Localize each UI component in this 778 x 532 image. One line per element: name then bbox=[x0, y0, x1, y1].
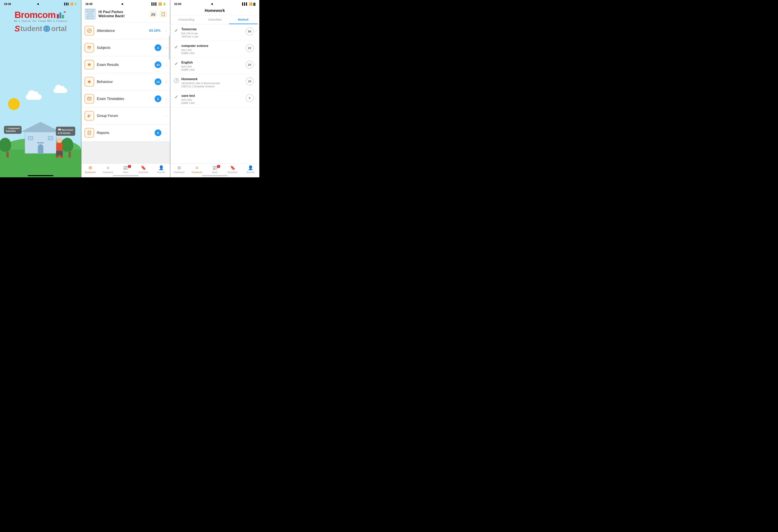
tab-dashboard-3[interactable]: ⊞ Dashboard bbox=[170, 165, 188, 173]
menu-item-behaviour[interactable]: Behaviour 13 › bbox=[81, 73, 170, 90]
hw-check-3: 🕐 bbox=[173, 78, 179, 83]
menu-item-reports[interactable]: Reports 6 › bbox=[81, 124, 170, 141]
tree-left bbox=[4, 138, 11, 158]
svg-rect-10 bbox=[87, 47, 91, 48]
hw-content-1: computer science N/A | N/A 6JWR | N/A bbox=[181, 44, 243, 55]
hw-item-0[interactable]: ✓ Tomorrow N/A | Mr A Lee 13A/Lw1 | Law … bbox=[170, 24, 259, 41]
behaviour-icon bbox=[87, 79, 92, 84]
portal-text: ortal bbox=[51, 24, 67, 33]
battery-icon-3: ▓ bbox=[253, 2, 255, 6]
hw-chevron-4: › bbox=[255, 96, 256, 100]
tab-bookmark-3[interactable]: 🔖 Bookmark bbox=[224, 165, 241, 173]
char-pants bbox=[56, 151, 63, 156]
greeting-area: Hi Paul Parkes Welcome Back! bbox=[98, 10, 147, 18]
menu-item-subjects[interactable]: Subjects 4 › bbox=[81, 39, 170, 56]
reports-chevron: › bbox=[166, 131, 167, 135]
hw-score-2: 20 bbox=[246, 61, 254, 69]
hw-item-3[interactable]: 🕐 Homework 16/10/2019 | Mrs S BromcomUse… bbox=[170, 74, 259, 91]
user-avatar: Please import your Photo's into the Brom… bbox=[85, 8, 96, 20]
tab-marked[interactable]: Marked bbox=[229, 15, 257, 24]
bookmark-tab-label-2: Bookmark bbox=[139, 171, 149, 173]
dashboard-tab-icon-3: ⊞ bbox=[177, 165, 181, 170]
svg-rect-0 bbox=[57, 14, 59, 18]
hw-right-2: 20 › bbox=[246, 61, 256, 69]
hw-right-1: 22 › bbox=[246, 44, 256, 52]
hw-score-1: 22 bbox=[246, 44, 254, 52]
hw-check-0: ✓ bbox=[173, 28, 179, 33]
svg-point-18 bbox=[88, 114, 89, 116]
sun-icon bbox=[8, 98, 20, 110]
svg-point-19 bbox=[89, 114, 91, 116]
battery-icon-2: 🔋 bbox=[163, 2, 166, 6]
tab-homework-2[interactable]: ≡ Homework bbox=[99, 165, 117, 173]
hw-item-4[interactable]: ✓ save test N/A | N/A 6JWR | N/A 3 › bbox=[170, 91, 259, 107]
cloud-2 bbox=[54, 88, 67, 93]
subjects-badge: 4 bbox=[155, 44, 161, 51]
check-green-icon-1: ✓ bbox=[174, 45, 178, 50]
hw-meta-1: N/A | N/A bbox=[181, 49, 243, 52]
menu-item-exam-timetables[interactable]: Exam Timetables 2 › bbox=[81, 90, 170, 107]
tab-dashboard-2[interactable]: ⊞ Dashboard bbox=[81, 165, 99, 173]
bus-icon-btn[interactable]: 🚌 bbox=[149, 11, 157, 17]
hw-right-3: 10 › bbox=[246, 77, 256, 85]
time-2: 18:39 bbox=[85, 2, 92, 6]
tree-top-left bbox=[0, 138, 11, 152]
tab-account-3[interactable]: 👤 Account bbox=[241, 165, 259, 173]
tab-news-2[interactable]: 2 📰 News bbox=[117, 165, 135, 173]
hw-content-3: Homework 16/10/2019 | Mrs S BromcomUser … bbox=[181, 77, 243, 88]
tab-submitted[interactable]: Submitted bbox=[201, 15, 229, 24]
hw-meta-3: 16/10/2019 | Mrs S BromcomUser bbox=[181, 82, 243, 85]
hw-content-0: Tomorrow N/A | Mr A Lee 13A/Lw1 | Law bbox=[181, 27, 243, 38]
account-tab-icon-3: 👤 bbox=[248, 165, 253, 170]
menu-item-exam-results[interactable]: Exam Results 34 › bbox=[81, 57, 170, 73]
hw-item-1[interactable]: ✓ computer science N/A | N/A 6JWR | N/A … bbox=[170, 41, 259, 58]
tab-account-2[interactable]: 👤 Account bbox=[152, 165, 170, 173]
homework-tabs: Outstanding Submitted Marked bbox=[170, 15, 259, 24]
tab-bookmark-2[interactable]: 🔖 Bookmark bbox=[135, 165, 152, 173]
hw-subject-2: English bbox=[181, 61, 243, 64]
check-green-icon-2: ✓ bbox=[174, 61, 178, 67]
tab-outstanding[interactable]: Outstanding bbox=[172, 15, 201, 24]
hw-check-4: ✓ bbox=[173, 94, 179, 100]
hw-check-1: ✓ bbox=[173, 45, 179, 50]
menu-item-group-forum[interactable]: Group Forum › bbox=[81, 107, 170, 124]
news-tab-label-3: News bbox=[212, 171, 218, 173]
attendance-icon bbox=[87, 28, 92, 33]
hw-right-4: 3 › bbox=[246, 94, 256, 102]
school-roof bbox=[21, 122, 60, 132]
status-bar-2: 18:39 ◀ ▌▌▌ 🛜 🔋 bbox=[81, 0, 170, 6]
tree-trunk-left bbox=[6, 152, 9, 158]
homework-tab-icon-3: ≡ bbox=[196, 165, 199, 170]
news-tab-label-2: News bbox=[123, 171, 129, 173]
menu-item-attendance[interactable]: Attendance 63.16% › bbox=[81, 22, 170, 39]
hw-class-3: 13E/Cs1 | Computer Science bbox=[181, 85, 243, 88]
tab-news-3[interactable]: 2 📰 News bbox=[206, 165, 224, 173]
screen3-homework: 22:03 ◀ ▌▌▌ 🛜 ▓ Homework Outstanding Sub… bbox=[170, 0, 259, 177]
dashboard-header: Please import your Photo's into the Brom… bbox=[81, 6, 170, 22]
signal-icon-1: ▌▌▌ bbox=[64, 3, 69, 5]
tree-right bbox=[66, 138, 73, 158]
check-green-icon-4: ✓ bbox=[174, 95, 178, 100]
bromcom-logo-icon bbox=[57, 10, 67, 19]
hw-class-4: 6JWR | N/A bbox=[181, 101, 243, 104]
hw-score-0: 50 bbox=[246, 27, 254, 35]
nav-arrow-2: ◀ bbox=[121, 3, 123, 5]
reports-icon-box bbox=[85, 128, 94, 138]
hw-score-3: 10 bbox=[246, 77, 254, 85]
school-window-left bbox=[28, 136, 33, 140]
school-window-right bbox=[48, 136, 53, 140]
status-icons-2: ▌▌▌ 🛜 🔋 bbox=[151, 2, 166, 6]
tree-trunk-right bbox=[69, 152, 71, 158]
bromcom-logo-text: Bromcom bbox=[14, 10, 56, 19]
hw-class-1: 6JWR | N/A bbox=[181, 52, 243, 55]
clipboard-icon-btn[interactable]: 📋 bbox=[159, 11, 167, 17]
subjects-icon bbox=[87, 45, 92, 50]
greeting-welcome: Welcome Back! bbox=[98, 14, 147, 18]
tab-homework-3[interactable]: ≡ Homework bbox=[188, 165, 206, 173]
status-bar-3: 22:03 ◀ ▌▌▌ 🛜 ▓ bbox=[170, 0, 259, 6]
hw-item-2[interactable]: ✓ English N/A | N/A 6JWR | N/A 20 › bbox=[170, 58, 259, 74]
svg-rect-2 bbox=[62, 15, 64, 18]
bromcom-tagline: No.1 Choice for Cloud MIS & Finance bbox=[8, 20, 73, 22]
svg-rect-1 bbox=[59, 12, 61, 18]
menu-list: Attendance 63.16% › Subjects 4 › bbox=[81, 22, 170, 164]
